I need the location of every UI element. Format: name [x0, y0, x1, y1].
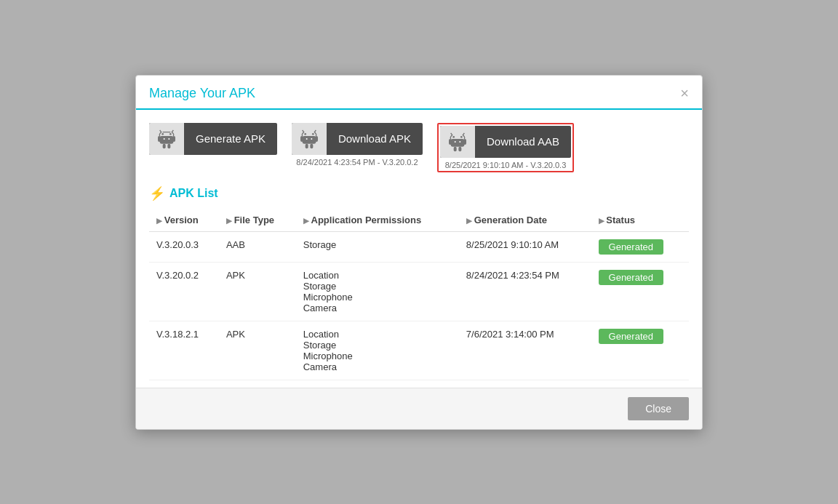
download-aab-icon	[440, 126, 475, 158]
svg-rect-24	[454, 146, 457, 151]
status-badge: Generated	[599, 329, 663, 344]
svg-rect-5	[163, 143, 166, 148]
action-buttons-row: Generate APK	[149, 123, 689, 172]
svg-point-1	[169, 133, 172, 135]
svg-rect-23	[463, 139, 466, 145]
modal-footer: Close	[136, 388, 702, 429]
col-version: Version	[149, 209, 219, 232]
lightning-icon: ⚡	[149, 185, 165, 201]
cell-file-type: AAB	[219, 231, 296, 262]
permission-item: Storage	[303, 340, 452, 351]
table-row: V.3.20.0.3AABStorage8/25/2021 9:10:10 AM…	[149, 231, 689, 262]
cell-version: V.3.20.0.3	[149, 231, 219, 262]
cell-status: Generated	[591, 231, 689, 262]
cell-generation-date: 8/24/2021 4:23:54 PM	[459, 262, 591, 321]
permission-item: Storage	[303, 281, 452, 292]
android-robot-icon	[155, 127, 178, 151]
permission-item: Microphone	[303, 292, 452, 303]
col-status: Status	[591, 209, 689, 232]
permission-item: Location	[303, 270, 452, 281]
permission-item: Microphone	[303, 351, 452, 361]
cell-file-type: APK	[219, 321, 296, 380]
generate-apk-button[interactable]: Generate APK	[149, 123, 277, 155]
apk-table: Version File Type Application Permission…	[149, 209, 689, 380]
table-row: V.3.20.0.2APKLocationStorageMicrophoneCa…	[149, 262, 689, 321]
permission-item: Location	[303, 329, 452, 340]
download-apk-icon	[292, 123, 327, 155]
download-aab-button[interactable]: Download AAB	[440, 126, 571, 158]
svg-rect-2	[160, 136, 174, 144]
download-aab-timestamp: 8/25/2021 9:10:10 AM - V.3.20.0.3	[445, 161, 567, 169]
svg-point-9	[168, 138, 169, 140]
permission-item: Camera	[303, 361, 452, 372]
download-apk-label: Download APK	[327, 132, 423, 145]
generate-apk-group: Generate APK	[149, 123, 277, 155]
permission-item: Camera	[303, 303, 452, 313]
svg-point-8	[164, 138, 165, 140]
svg-rect-4	[172, 136, 175, 142]
svg-rect-16	[310, 143, 313, 148]
svg-rect-6	[167, 143, 170, 148]
apk-list-title: APK List	[169, 187, 218, 200]
android-robot-icon-2	[298, 127, 321, 151]
svg-point-10	[304, 133, 306, 135]
download-apk-timestamp: 8/24/2021 4:23:54 PM - V.3.20.0.2	[296, 158, 418, 167]
col-generation-date: Generation Date	[459, 209, 591, 232]
cell-generation-date: 8/25/2021 9:10:10 AM	[459, 231, 591, 262]
svg-point-20	[460, 136, 463, 138]
cell-status: Generated	[591, 262, 689, 321]
col-permissions: Application Permissions	[296, 209, 459, 232]
status-badge: Generated	[599, 239, 663, 255]
cell-status: Generated	[591, 321, 689, 380]
close-button[interactable]: Close	[628, 397, 689, 420]
cell-version: V.3.18.2.1	[149, 321, 219, 380]
modal-header: Manage Your APK ×	[136, 76, 702, 110]
modal-close-button[interactable]: ×	[680, 86, 689, 100]
cell-permissions: LocationStorageMicrophoneCamera	[296, 262, 459, 321]
android-robot-icon-3	[446, 130, 469, 153]
permission-item: Storage	[303, 239, 452, 250]
col-file-type: File Type	[219, 209, 296, 232]
svg-point-26	[455, 141, 456, 143]
svg-rect-13	[300, 136, 303, 142]
svg-point-17	[306, 138, 308, 140]
svg-rect-15	[306, 143, 308, 148]
apk-table-body: V.3.20.0.3AABStorage8/25/2021 9:10:10 AM…	[149, 231, 689, 380]
svg-rect-22	[449, 139, 452, 145]
svg-rect-3	[158, 136, 161, 142]
generate-apk-icon	[149, 123, 184, 155]
cell-permissions: Storage	[296, 231, 459, 262]
modal-body: Generate APK	[136, 110, 702, 380]
status-badge: Generated	[599, 270, 663, 285]
apk-list-section-title: ⚡ APK List	[149, 185, 689, 201]
download-aab-label: Download AAB	[475, 135, 571, 148]
download-apk-button[interactable]: Download APK	[292, 123, 423, 155]
svg-point-18	[311, 138, 312, 140]
svg-rect-12	[303, 136, 316, 144]
cell-version: V.3.20.0.2	[149, 262, 219, 321]
svg-rect-21	[451, 139, 465, 147]
cell-generation-date: 7/6/2021 3:14:00 PM	[459, 321, 591, 380]
table-row: V.3.18.2.1APKLocationStorageMicrophoneCa…	[149, 321, 689, 380]
cell-permissions: LocationStorageMicrophoneCamera	[296, 321, 459, 380]
cell-file-type: APK	[219, 262, 296, 321]
svg-rect-14	[315, 136, 318, 142]
svg-point-0	[161, 133, 164, 135]
modal: Manage Your APK ×	[135, 75, 703, 430]
svg-point-19	[452, 136, 455, 138]
download-aab-group: Download AAB 8/25/2021 9:10:10 AM - V.3.…	[437, 123, 574, 172]
svg-point-11	[312, 133, 314, 135]
generate-apk-label: Generate APK	[184, 132, 277, 145]
svg-point-27	[459, 141, 460, 143]
modal-title: Manage Your APK	[149, 86, 255, 101]
svg-rect-25	[458, 146, 461, 151]
download-apk-group: Download APK 8/24/2021 4:23:54 PM - V.3.…	[292, 123, 423, 167]
table-header-row: Version File Type Application Permission…	[149, 209, 689, 232]
